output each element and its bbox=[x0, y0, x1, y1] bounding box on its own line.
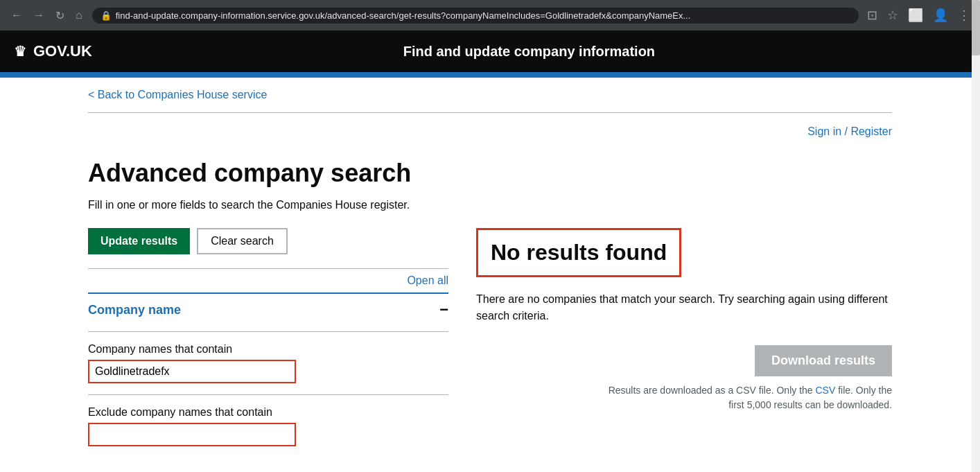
includes-input[interactable] bbox=[88, 360, 296, 383]
open-all-container: Open all bbox=[88, 268, 448, 292]
crown-icon: ♛ bbox=[14, 43, 26, 60]
section-divider-2 bbox=[88, 394, 448, 395]
download-results-button[interactable]: Download results bbox=[755, 345, 892, 376]
back-link[interactable]: Back to Companies House service bbox=[88, 89, 267, 100]
left-panel: Advanced company search Fill in one or m… bbox=[88, 159, 448, 457]
excludes-input[interactable] bbox=[88, 423, 296, 446]
extensions-btn[interactable]: ⬜ bbox=[905, 6, 926, 24]
screenshot-btn[interactable]: ⊡ bbox=[864, 6, 880, 24]
govuk-logo[interactable]: ♛ GOV.UK bbox=[14, 42, 92, 60]
forward-button[interactable]: → bbox=[29, 8, 49, 24]
excludes-label: Exclude company names that contain bbox=[88, 406, 448, 419]
profile-btn[interactable]: 👤 bbox=[930, 6, 951, 24]
open-all-link[interactable]: Open all bbox=[407, 274, 448, 286]
page-container: Back to Companies House service Sign in … bbox=[74, 78, 906, 471]
page-description: Fill in one or more fields to search the… bbox=[88, 199, 448, 211]
sign-in-container: Sign in / Register bbox=[88, 119, 892, 145]
no-results-box: No results found bbox=[476, 228, 681, 277]
no-results-title: No results found bbox=[491, 240, 667, 265]
results-description: There are no companies that match your s… bbox=[476, 291, 892, 324]
accordion-toggle[interactable]: − bbox=[439, 301, 448, 319]
includes-form-group: Company names that contain bbox=[88, 343, 448, 383]
header-divider bbox=[88, 112, 892, 113]
govuk-header: ♛ GOV.UK Find and update company informa… bbox=[0, 30, 980, 72]
page-title: Advanced company search bbox=[88, 159, 448, 188]
section-divider-1 bbox=[88, 331, 448, 332]
menu-btn[interactable]: ⋮ bbox=[955, 6, 973, 24]
nav-buttons: ← → ↻ ⌂ bbox=[7, 8, 87, 24]
lock-icon: 🔒 bbox=[100, 10, 112, 21]
company-name-accordion: Company name − Company names that contai… bbox=[88, 292, 448, 446]
govuk-logo-text: GOV.UK bbox=[33, 42, 92, 60]
download-note-line1: Results are downloaded as a CSV file. On… bbox=[609, 385, 813, 396]
back-link-container: Back to Companies House service bbox=[88, 78, 892, 107]
bookmark-btn[interactable]: ☆ bbox=[884, 6, 901, 24]
scrollbar[interactable] bbox=[972, 0, 980, 471]
header-title: Find and update company information bbox=[92, 44, 966, 60]
scrollbar-thumb[interactable] bbox=[972, 0, 980, 55]
buttons-row: Update results Clear search bbox=[88, 228, 448, 254]
url-text: find-and-update.company-information.serv… bbox=[116, 10, 691, 21]
browser-chrome: ← → ↻ ⌂ 🔒 find-and-update.company-inform… bbox=[0, 0, 980, 30]
browser-actions: ⊡ ☆ ⬜ 👤 ⋮ bbox=[864, 6, 973, 24]
blue-bar bbox=[0, 72, 980, 78]
update-results-button[interactable]: Update results bbox=[88, 228, 190, 254]
page-content: Advanced company search Fill in one or m… bbox=[88, 145, 892, 471]
includes-label: Company names that contain bbox=[88, 343, 448, 356]
home-button[interactable]: ⌂ bbox=[71, 8, 87, 24]
sign-in-link[interactable]: Sign in / Register bbox=[807, 125, 892, 137]
right-panel: No results found There are no companies … bbox=[476, 159, 892, 457]
address-bar[interactable]: 🔒 find-and-update.company-information.se… bbox=[92, 8, 859, 24]
csv-link[interactable]: CSV bbox=[815, 385, 835, 396]
clear-search-button[interactable]: Clear search bbox=[197, 228, 288, 254]
accordion-header: Company name − bbox=[88, 294, 448, 326]
back-button[interactable]: ← bbox=[7, 8, 26, 24]
download-note: Results are downloaded as a CSV file. On… bbox=[476, 383, 892, 412]
refresh-button[interactable]: ↻ bbox=[51, 8, 69, 24]
excludes-form-group: Exclude company names that contain bbox=[88, 406, 448, 446]
accordion-title[interactable]: Company name bbox=[88, 303, 181, 317]
